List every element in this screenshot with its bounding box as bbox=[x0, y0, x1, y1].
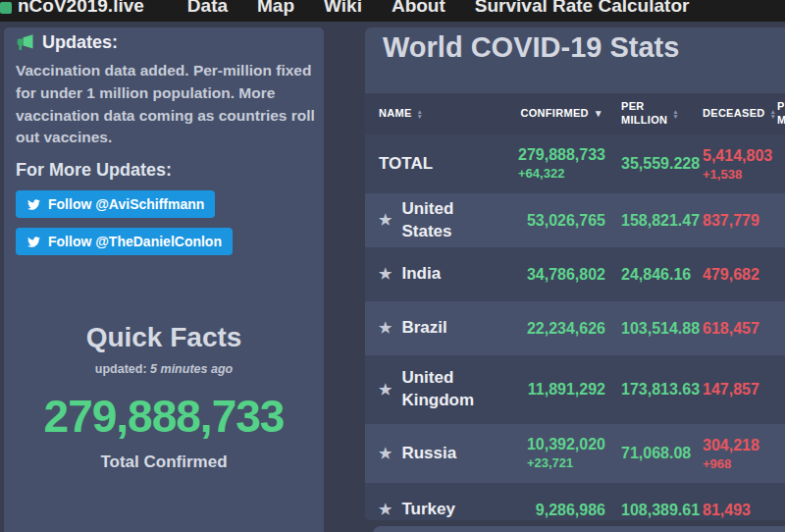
per-million-cell: 108,389.61 bbox=[605, 502, 703, 519]
per-million-cell: 173,813.63 bbox=[605, 381, 703, 399]
confirmed-cell: 34,786,802 bbox=[494, 266, 605, 284]
favorite-star-icon[interactable]: ★ bbox=[379, 444, 392, 463]
world-stats-panel: World COVID-19 Stats NAME ▲▼ CONFIRMED ▼… bbox=[365, 27, 785, 520]
twitter-follow-thedanielconlon-label: Follow @TheDanielConlon bbox=[48, 234, 222, 249]
row-name[interactable]: ★ Brazil bbox=[379, 317, 494, 340]
column-header-name[interactable]: NAME ▲▼ bbox=[379, 107, 494, 121]
country-name[interactable]: India bbox=[401, 263, 441, 286]
per-million-cell: 24,846.16 bbox=[605, 266, 703, 284]
confirmed-value: 10,392,020 bbox=[527, 436, 605, 453]
deceased-delta: +968 bbox=[703, 456, 777, 471]
column-header-per-million-label: PER MILLION bbox=[621, 100, 667, 128]
nav-item-wiki[interactable]: Wiki bbox=[324, 0, 362, 17]
nav-item-data[interactable]: Data bbox=[187, 0, 228, 17]
total-confirmed-label: Total Confirmed bbox=[4, 452, 324, 472]
country-name[interactable]: United Kingdom bbox=[401, 367, 494, 412]
deceased-cell: 81,493 bbox=[703, 502, 777, 519]
sort-icon: ▲▼ bbox=[417, 109, 424, 119]
confirmed-value: 279,888,733 bbox=[518, 146, 605, 164]
column-header-confirmed[interactable]: CONFIRMED ▼ bbox=[494, 107, 605, 121]
column-header-deceased-label: DECEASED bbox=[703, 107, 765, 121]
site-logo-icon bbox=[0, 2, 12, 14]
per-million-cell: 35,559.228 bbox=[605, 155, 703, 173]
table-header-row: NAME ▲▼ CONFIRMED ▼ PER MILLION ▲▼ DECEA… bbox=[365, 93, 785, 134]
quick-facts-title: Quick Facts bbox=[4, 322, 324, 353]
country-name[interactable]: United States bbox=[401, 198, 494, 243]
updated-label: updated: bbox=[95, 362, 147, 376]
twitter-follow-avischiffmann-label: Follow @AviSchiffmann bbox=[48, 196, 204, 212]
brand-link[interactable]: nCoV2019.live bbox=[6, 0, 144, 17]
nav-item-map[interactable]: Map bbox=[257, 0, 294, 17]
column-header-deceased[interactable]: DECEASED ▲▼ bbox=[703, 107, 777, 121]
updates-heading-label: Updates: bbox=[42, 32, 118, 53]
deceased-cell: 5,414,803 +1,538 bbox=[703, 147, 777, 182]
favorite-star-icon[interactable]: ★ bbox=[379, 500, 392, 519]
deceased-cell: 479,682 bbox=[703, 266, 777, 284]
row-name[interactable]: ★ Russia bbox=[379, 443, 494, 465]
table-row-total: TOTAL 279,888,733 +64,322 35,559.228 5,4… bbox=[365, 134, 785, 193]
total-confirmed-value: 279,888,733 bbox=[4, 390, 324, 443]
column-header-deceased-per-million[interactable]: PER MILLION bbox=[777, 100, 785, 128]
favorite-star-icon[interactable]: ★ bbox=[379, 264, 392, 284]
updates-body-text: Vaccination data added. Per-million fixe… bbox=[16, 60, 316, 149]
nav-item-about[interactable]: About bbox=[392, 0, 445, 17]
confirmed-cell: 279,888,733 +64,322 bbox=[494, 146, 605, 182]
row-name[interactable]: ★ Turkey bbox=[379, 499, 494, 520]
confirmed-cell: 9,286,986 bbox=[494, 502, 605, 519]
sort-desc-icon: ▼ bbox=[594, 108, 603, 121]
updates-heading: Updates: bbox=[16, 32, 118, 53]
deceased-cell: 618,457 bbox=[703, 320, 777, 338]
favorite-star-icon[interactable]: ★ bbox=[379, 380, 392, 399]
country-name[interactable]: Turkey bbox=[401, 499, 455, 520]
row-name[interactable]: ★ India bbox=[379, 263, 494, 286]
confirmed-delta: +64,322 bbox=[518, 166, 605, 181]
deceased-value: 304,218 bbox=[703, 437, 777, 454]
favorite-star-icon[interactable]: ★ bbox=[379, 210, 392, 230]
top-nav: nCoV2019.live Data Map Wiki About Surviv… bbox=[0, 0, 785, 22]
table-row-india: ★ India 34,786,802 24,846.16 479,682 bbox=[365, 247, 785, 301]
sidebar: Updates: Vaccination data added. Per-mil… bbox=[4, 27, 324, 532]
table-row-united-states: ★ United States 53,026,765 158,821.47 83… bbox=[365, 193, 785, 247]
confirmed-cell: 11,891,292 bbox=[494, 381, 605, 399]
deceased-cell: 304,218 +968 bbox=[703, 437, 777, 471]
twitter-follow-thedanielconlon-button[interactable]: Follow @TheDanielConlon bbox=[16, 228, 233, 255]
twitter-follow-avischiffmann-button[interactable]: Follow @AviSchiffmann bbox=[16, 190, 215, 218]
deceased-value: 5,414,803 bbox=[703, 147, 777, 165]
column-header-per-million[interactable]: PER MILLION ▲▼ bbox=[605, 100, 703, 128]
country-name[interactable]: Brazil bbox=[401, 317, 446, 340]
updated-value: 5 minutes ago bbox=[150, 362, 233, 376]
column-header-confirmed-label: CONFIRMED bbox=[520, 107, 588, 121]
page-title: World COVID-19 Stats bbox=[383, 31, 679, 64]
next-panel-edge bbox=[373, 526, 785, 532]
column-header-name-label: NAME bbox=[379, 107, 412, 121]
sort-icon: ▲▼ bbox=[672, 109, 679, 119]
nav-item-survival-rate-calculator[interactable]: Survival Rate Calculator bbox=[475, 0, 690, 17]
column-header-deceased-per-million-label: PER MILLION bbox=[777, 100, 785, 128]
deceased-cell: 837,779 bbox=[703, 212, 777, 230]
per-million-cell: 103,514.88 bbox=[605, 320, 703, 338]
table-row-brazil: ★ Brazil 22,234,626 103,514.88 618,457 bbox=[365, 301, 785, 355]
deceased-delta: +1,538 bbox=[703, 167, 777, 182]
confirmed-delta: +23,721 bbox=[527, 455, 605, 470]
confirmed-cell: 53,026,765 bbox=[494, 212, 605, 230]
row-name: TOTAL bbox=[379, 153, 494, 176]
table-row-turkey: ★ Turkey 9,286,986 108,389.61 81,493 bbox=[365, 483, 785, 520]
more-updates-heading: For More Updates: bbox=[16, 160, 172, 181]
per-million-cell: 158,821.47 bbox=[605, 212, 703, 230]
favorite-star-icon[interactable]: ★ bbox=[379, 318, 392, 338]
twitter-bird-icon bbox=[26, 198, 41, 211]
sort-icon: ▲▼ bbox=[770, 109, 777, 119]
row-name[interactable]: ★ United States bbox=[379, 198, 494, 243]
brand-label: nCoV2019.live bbox=[18, 0, 144, 17]
twitter-bird-icon bbox=[26, 236, 41, 248]
per-million-cell: 71,068.08 bbox=[605, 445, 703, 462]
table-row-united-kingdom: ★ United Kingdom 11,891,292 173,813.63 1… bbox=[365, 355, 785, 424]
country-name[interactable]: Russia bbox=[401, 443, 456, 465]
megaphone-icon bbox=[16, 33, 35, 53]
row-name[interactable]: ★ United Kingdom bbox=[379, 367, 494, 412]
confirmed-cell: 10,392,020 +23,721 bbox=[494, 436, 605, 471]
stats-table: NAME ▲▼ CONFIRMED ▼ PER MILLION ▲▼ DECEA… bbox=[365, 93, 785, 520]
confirmed-cell: 22,234,626 bbox=[494, 320, 605, 338]
quick-facts-updated: updated: 5 minutes ago bbox=[4, 362, 324, 376]
deceased-cell: 147,857 bbox=[703, 381, 777, 399]
